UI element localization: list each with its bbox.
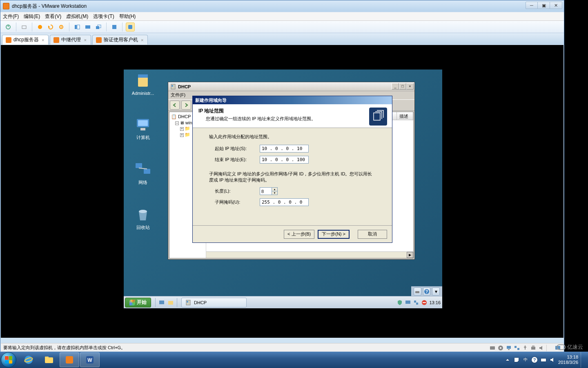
nav-back-button[interactable] <box>170 101 180 110</box>
expand-icon[interactable]: + <box>180 127 184 131</box>
menu-view[interactable]: 查看(V) <box>45 13 61 20</box>
start-button[interactable]: 开始 <box>125 298 151 307</box>
tray-ime-icon[interactable]: 中 <box>522 357 529 363</box>
show-desktop-button[interactable] <box>581 352 584 368</box>
windows-flag-icon <box>129 300 135 305</box>
tray-network-icon[interactable] <box>413 299 419 306</box>
svg-rect-17 <box>508 349 510 350</box>
subnet-mask-input[interactable] <box>260 198 309 206</box>
tray-help-icon[interactable]: ? <box>531 357 538 363</box>
tab-close-icon[interactable]: × <box>41 38 45 43</box>
menu-file[interactable]: 文件(F) <box>3 13 19 20</box>
start-ip-input[interactable] <box>260 145 309 153</box>
desktop-icon-admin[interactable]: Administr... <box>129 73 157 96</box>
minimize-button[interactable]: ─ <box>526 2 538 9</box>
tray-action-center-icon[interactable] <box>513 357 520 363</box>
back-button[interactable]: < 上一步(B) <box>284 230 314 239</box>
mmc-close-button[interactable]: × <box>406 83 414 90</box>
tray-expand-icon[interactable] <box>504 357 511 363</box>
svg-rect-8 <box>85 25 90 29</box>
tools-icon[interactable] <box>414 287 421 296</box>
svg-rect-11 <box>112 25 116 29</box>
menu-edit[interactable]: 编辑(E) <box>24 13 40 20</box>
quick-launch <box>154 298 179 307</box>
tray-volume-icon[interactable] <box>549 357 556 363</box>
svg-rect-50 <box>66 356 73 364</box>
desktop-icon-network[interactable]: 网络 <box>129 162 157 186</box>
tray-display-icon[interactable] <box>405 299 411 306</box>
tb-revert-button[interactable] <box>46 22 55 31</box>
vm-tab-relay-agent[interactable]: 中继代理 × <box>50 35 91 45</box>
device-net2-icon[interactable] <box>514 345 520 351</box>
device-net-icon[interactable] <box>506 345 512 351</box>
svg-line-30 <box>139 168 147 169</box>
tray-clock[interactable]: 13:16 <box>429 300 441 305</box>
device-usb-icon[interactable] <box>522 345 528 351</box>
svg-rect-13 <box>490 346 495 350</box>
close-button[interactable]: ✕ <box>550 2 562 9</box>
tb-send-button[interactable] <box>20 22 29 31</box>
col-header[interactable]: 描述 <box>397 112 413 120</box>
start-orb[interactable] <box>1 352 16 368</box>
pinned-ie[interactable] <box>19 352 38 367</box>
pinned-word[interactable]: W <box>80 352 100 367</box>
menu-tabs[interactable]: 选项卡(T) <box>93 13 114 20</box>
vm-tab-label: 验证使用客户机 <box>104 36 138 43</box>
next-button[interactable]: 下一步(N) > <box>318 230 350 239</box>
taskbar-task-dhcp[interactable]: DHCP <box>181 298 247 307</box>
device-sound-icon[interactable] <box>538 345 545 351</box>
tb-manage-button[interactable] <box>57 22 66 31</box>
device-cd-icon[interactable] <box>497 345 504 351</box>
menu-dropdown-icon[interactable]: ▾ <box>432 287 440 296</box>
tray-security-icon[interactable] <box>396 299 403 306</box>
spin-up-button[interactable]: ▲ <box>272 188 277 191</box>
pinned-explorer[interactable] <box>39 352 59 367</box>
tab-close-icon[interactable]: × <box>140 38 144 43</box>
quick-launch-desktop-icon[interactable] <box>157 298 166 307</box>
tray-volume-blocked-icon[interactable] <box>421 299 428 306</box>
tab-close-icon[interactable]: × <box>83 38 87 43</box>
length-spinner[interactable]: ▲ ▼ <box>260 187 278 195</box>
new-scope-wizard-dialog[interactable]: 新建作用域向导 IP 地址范围 您通过确定一组连续的 IP 地址来定义作用域地址… <box>192 96 392 243</box>
tray-clock[interactable]: 13:18 2018/3/26 <box>558 355 578 365</box>
tb-unity-button[interactable] <box>126 22 135 31</box>
mmc-maximize-button[interactable]: □ <box>399 83 406 90</box>
tb-snapshot-button[interactable] <box>36 22 45 31</box>
length-input[interactable] <box>260 188 272 195</box>
tb-power-button[interactable] <box>4 22 13 31</box>
tray-keyboard-icon[interactable] <box>540 357 547 363</box>
maximize-button[interactable]: ▣ <box>538 2 550 9</box>
vm-tab-dhcp-server[interactable]: dhcp服务器 × <box>2 35 49 45</box>
end-ip-input[interactable] <box>260 156 309 164</box>
desktop-icon-label: 计算机 <box>129 135 157 141</box>
menu-help[interactable]: 帮助(H) <box>119 13 136 20</box>
device-hd-icon[interactable] <box>489 345 496 351</box>
wizard-body: 输入此作用域分配的地址范围。 起始 IP 地址(S): 结束 IP 地址(E):… <box>193 128 392 215</box>
tb-thumbnail-button[interactable] <box>83 22 92 31</box>
collapse-icon[interactable]: − <box>175 121 179 125</box>
spin-down-button[interactable]: ▼ <box>272 191 277 195</box>
mmc-menu-file[interactable]: 文件(F) <box>171 92 185 97</box>
scroll-right-button[interactable]: ▶ <box>407 252 413 258</box>
desktop-icon-computer[interactable]: 计算机 <box>129 117 157 141</box>
horizontal-scrollbar[interactable]: ▶ <box>206 251 413 258</box>
mmc-minimize-button[interactable]: _ <box>392 83 399 90</box>
window-titlebar[interactable]: dhcp服务器 - VMware Workstation ─ ▣ ✕ <box>0 0 564 12</box>
cancel-button[interactable]: 取消 <box>358 230 387 239</box>
vm-tab-client[interactable]: 验证使用客户机 × <box>92 35 148 45</box>
tb-show-console-button[interactable] <box>73 22 82 31</box>
tb-fullscreen-button[interactable] <box>110 22 119 31</box>
wizard-titlebar[interactable]: 新建作用域向导 <box>193 96 392 104</box>
help-icon[interactable]: ? <box>423 287 431 296</box>
quick-launch-explorer-icon[interactable] <box>166 298 175 307</box>
menu-vm[interactable]: 虚拟机(M) <box>66 13 88 20</box>
svg-rect-41 <box>416 303 418 305</box>
mmc-titlebar[interactable]: DHCP _ □ × <box>168 82 414 91</box>
svg-rect-19 <box>517 348 519 350</box>
nav-forward-button[interactable] <box>181 101 191 110</box>
pinned-vmware[interactable] <box>60 352 79 367</box>
expand-icon[interactable]: + <box>180 133 184 137</box>
tb-multi-button[interactable] <box>94 22 103 31</box>
device-printer-icon[interactable] <box>530 345 537 351</box>
desktop-icon-recycle-bin[interactable]: 回收站 <box>129 206 157 231</box>
